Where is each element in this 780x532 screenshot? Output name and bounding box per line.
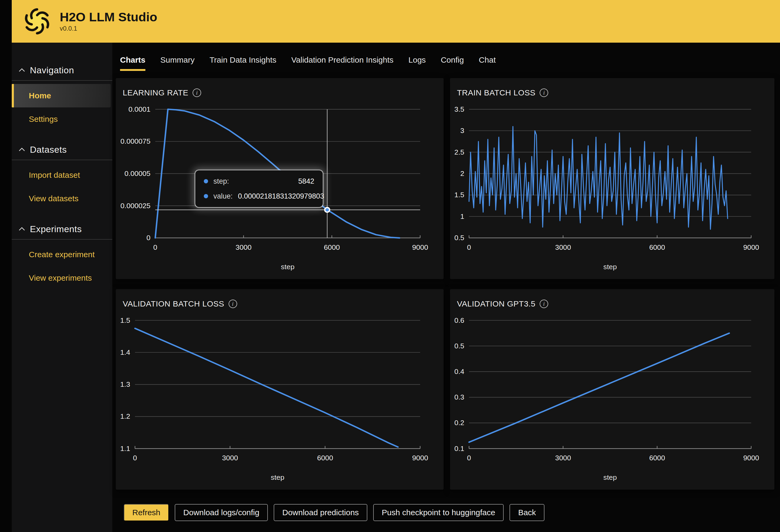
chart-tooltip: step: 5842 value: 0.00002181831320979803	[195, 170, 323, 207]
svg-text:0: 0	[467, 243, 471, 251]
sidebar-item-import-dataset[interactable]: Import dataset	[12, 163, 112, 187]
info-icon[interactable]: i	[540, 89, 548, 97]
sidebar-item-label: View datasets	[29, 194, 79, 203]
tab-bar: Charts Summary Train Data Insights Valid…	[112, 43, 780, 77]
tab-train-data-insights[interactable]: Train Data Insights	[202, 43, 284, 77]
svg-text:0.4: 0.4	[454, 368, 464, 376]
info-icon[interactable]: i	[540, 300, 548, 308]
app-title: H2O LLM Studio	[60, 10, 157, 24]
sidebar-section-experiments[interactable]: Experiments	[12, 221, 112, 236]
tab-validation-prediction-insights[interactable]: Validation Prediction Insights	[284, 43, 401, 77]
svg-text:9000: 9000	[412, 243, 428, 251]
panel-train-batch-loss: TRAIN BATCH LOSS i 0.511.522.533.5030006…	[450, 78, 774, 279]
svg-text:0.1: 0.1	[454, 444, 464, 453]
svg-text:0.0001: 0.0001	[128, 105, 150, 113]
svg-text:3000: 3000	[555, 243, 571, 251]
chart-title: LEARNING RATE	[123, 88, 188, 97]
section-label: Datasets	[30, 145, 67, 155]
tab-label: Validation Prediction Insights	[291, 55, 393, 64]
sidebar-item-home[interactable]: Home	[12, 84, 111, 107]
svg-text:3000: 3000	[222, 454, 238, 462]
tab-summary[interactable]: Summary	[153, 43, 202, 77]
sidebar-item-label: Settings	[29, 115, 58, 124]
sidebar-item-view-datasets[interactable]: View datasets	[12, 187, 112, 210]
svg-text:0.5: 0.5	[454, 234, 464, 242]
tab-logs[interactable]: Logs	[401, 43, 433, 77]
section-label: Navigation	[30, 65, 74, 75]
back-button[interactable]: Back	[509, 504, 544, 521]
sidebar-item-label: Home	[29, 91, 51, 100]
info-icon[interactable]: i	[229, 300, 237, 308]
tab-chat[interactable]: Chat	[471, 43, 503, 77]
tab-label: Train Data Insights	[209, 55, 276, 64]
chevron-up-icon	[19, 68, 25, 72]
active-tab-underline	[120, 69, 145, 71]
validation-batch-loss-chart[interactable]: 1.11.21.31.41.50300060009000step	[116, 313, 444, 490]
svg-text:3000: 3000	[236, 243, 251, 251]
sidebar: Navigation Home Settings Datasets Import…	[12, 43, 112, 532]
svg-text:step: step	[271, 474, 284, 481]
svg-text:0.000025: 0.000025	[120, 202, 150, 210]
sidebar-section-navigation[interactable]: Navigation	[12, 63, 112, 77]
svg-text:9000: 9000	[412, 454, 428, 462]
svg-text:0: 0	[146, 234, 150, 242]
download-predictions-button[interactable]: Download predictions	[274, 504, 367, 521]
svg-text:1.2: 1.2	[120, 413, 130, 420]
svg-text:2.5: 2.5	[454, 148, 464, 156]
learning-rate-chart[interactable]: 00.0000250.000050.0000750.00010300060009…	[116, 102, 444, 279]
svg-text:0.5: 0.5	[454, 342, 464, 350]
tab-label: Summary	[160, 55, 194, 64]
svg-text:1.1: 1.1	[120, 444, 130, 452]
download-logs-config-button[interactable]: Download logs/config	[175, 504, 268, 521]
tab-config[interactable]: Config	[433, 43, 471, 77]
tab-label: Logs	[408, 55, 426, 64]
chart-title: TRAIN BATCH LOSS	[457, 88, 535, 97]
panel-learning-rate: LEARNING RATE i 00.0000250.000050.000075…	[116, 78, 444, 279]
tooltip-step-label: step:	[213, 177, 229, 185]
app-version: v0.0.1	[60, 25, 157, 32]
train-batch-loss-chart[interactable]: 0.511.522.533.50300060009000step	[450, 102, 774, 279]
svg-text:step: step	[603, 474, 617, 482]
svg-text:0.000075: 0.000075	[120, 138, 150, 145]
sidebar-item-create-experiment[interactable]: Create experiment	[12, 243, 112, 266]
tab-label: Chat	[479, 55, 496, 64]
svg-text:1.5: 1.5	[120, 316, 130, 324]
svg-text:3: 3	[460, 126, 465, 135]
info-icon[interactable]: i	[193, 89, 201, 97]
chart-title: VALIDATION GPT3.5	[457, 299, 535, 308]
svg-text:2: 2	[460, 169, 465, 177]
tooltip-value-value: 0.00002181831320979803	[238, 192, 324, 201]
svg-text:1.3: 1.3	[120, 381, 130, 388]
svg-text:0.6: 0.6	[454, 316, 464, 324]
tab-charts[interactable]: Charts	[120, 43, 153, 77]
svg-text:0.3: 0.3	[454, 393, 464, 402]
sidebar-item-settings[interactable]: Settings	[12, 107, 112, 131]
charts-grid: LEARNING RATE i 00.0000250.000050.000075…	[112, 77, 780, 490]
chart-title: VALIDATION BATCH LOSS	[123, 299, 224, 308]
svg-text:1.5: 1.5	[454, 191, 464, 199]
sidebar-item-label: View experiments	[29, 273, 92, 282]
sidebar-item-view-experiments[interactable]: View experiments	[12, 266, 112, 290]
refresh-button[interactable]: Refresh	[124, 504, 169, 521]
svg-text:6000: 6000	[317, 454, 333, 462]
panel-validation-gpt35: VALIDATION GPT3.5 i 0.10.20.30.40.50.603…	[450, 289, 774, 490]
h2o-logo-icon	[21, 6, 53, 37]
push-checkpoint-huggingface-button[interactable]: Push checkpoint to huggingface	[373, 504, 504, 521]
tab-label: Config	[441, 55, 464, 64]
sidebar-item-label: Create experiment	[29, 250, 95, 259]
sidebar-section-datasets[interactable]: Datasets	[12, 142, 112, 157]
bottom-toolbar: Refresh Download logs/config Download pr…	[112, 504, 780, 521]
section-label: Experiments	[30, 224, 82, 234]
svg-text:0.00005: 0.00005	[124, 169, 150, 177]
series-dot-icon	[204, 194, 208, 198]
validation-gpt35-chart[interactable]: 0.10.20.30.40.50.60300060009000step	[450, 313, 774, 490]
series-dot-icon	[204, 179, 208, 183]
svg-text:3.5: 3.5	[454, 105, 464, 113]
svg-text:9000: 9000	[743, 454, 759, 462]
chevron-up-icon	[19, 147, 25, 152]
svg-text:6000: 6000	[649, 454, 665, 462]
svg-text:1: 1	[460, 212, 465, 220]
svg-text:6000: 6000	[649, 243, 665, 251]
chevron-up-icon	[19, 226, 25, 231]
divider	[12, 160, 112, 160]
